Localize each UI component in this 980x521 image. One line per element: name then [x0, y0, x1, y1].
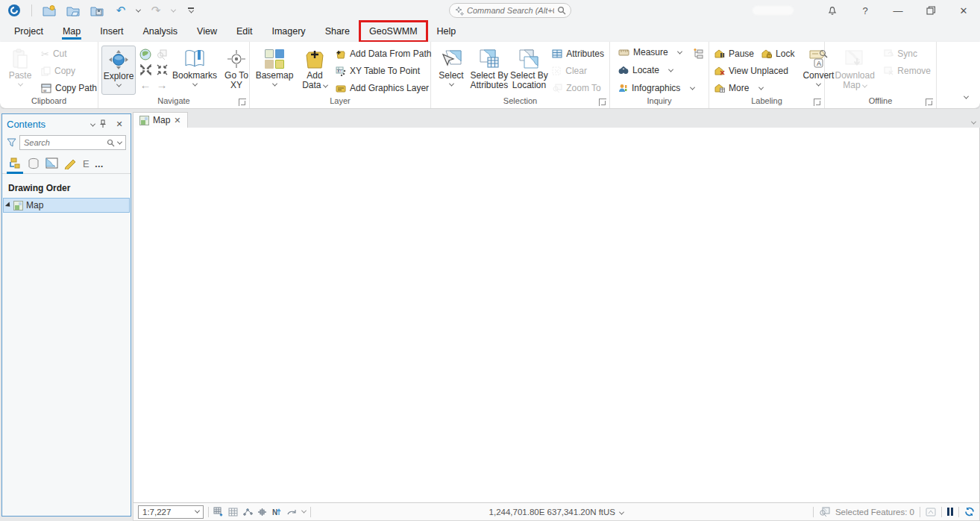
pause-drawing-icon[interactable]	[947, 508, 953, 516]
open-project-icon[interactable]	[65, 1, 81, 19]
navigate-dialog-launcher[interactable]	[239, 99, 246, 106]
basemap-button[interactable]: Basemap	[253, 46, 296, 95]
clear-selection-button[interactable]: Clear	[550, 64, 606, 78]
crosshair-icon[interactable]	[257, 508, 267, 517]
fixed-zoom-in-icon[interactable]	[140, 64, 151, 75]
clipboard-group-label: Clipboard	[0, 96, 98, 108]
add-graphics-layer-button[interactable]: Add Graphics Layer	[333, 81, 433, 95]
new-project-icon[interactable]	[41, 1, 57, 19]
list-by-editing-icon[interactable]	[64, 157, 78, 173]
map-extent-icon[interactable]	[926, 508, 936, 517]
zoom-to-selected-icon[interactable]	[819, 507, 830, 517]
pane-pin-icon[interactable]	[99, 119, 113, 128]
list-by-selection-icon[interactable]	[45, 157, 59, 173]
explore-button[interactable]: Explore	[101, 46, 136, 95]
copy-path-button[interactable]: w Copy Path	[39, 81, 99, 95]
tab-imagery[interactable]: Imagery	[262, 21, 315, 42]
pause-labeling-button[interactable]: Pause	[712, 47, 756, 60]
previous-extent-icon[interactable]: ←	[140, 78, 151, 91]
fixed-zoom-out-icon[interactable]	[157, 64, 168, 75]
tab-insert[interactable]: Insert	[90, 21, 133, 42]
list-by-drawing-order-icon[interactable]	[8, 157, 22, 173]
more-labeling-button[interactable]: More	[712, 81, 797, 95]
full-extent-icon[interactable]	[139, 49, 151, 60]
save-project-icon[interactable]	[89, 1, 105, 19]
contents-search-dropdown-icon[interactable]	[117, 139, 122, 144]
user-account-area	[753, 6, 794, 15]
undo-dropdown-icon[interactable]	[136, 7, 141, 12]
refresh-icon[interactable]	[964, 507, 975, 517]
offline-dialog-launcher[interactable]	[926, 99, 933, 106]
coordinate-conversion-icon[interactable]	[693, 48, 704, 59]
labeling-dialog-launcher[interactable]	[814, 99, 821, 106]
help-icon[interactable]: ?	[849, 0, 882, 21]
bookmarks-button[interactable]: Bookmarks	[172, 46, 218, 95]
command-search-input[interactable]	[467, 6, 554, 15]
paste-button[interactable]: Paste	[3, 46, 37, 95]
xy-table-to-point-button[interactable]: XY XY Table To Point	[333, 64, 433, 78]
minimize-button[interactable]: —	[882, 0, 914, 21]
tab-project[interactable]: Project	[4, 21, 53, 42]
filter-icon[interactable]	[7, 138, 16, 147]
tab-help[interactable]: Help	[427, 21, 466, 42]
close-button[interactable]: ✕	[947, 0, 980, 21]
redo-dropdown-icon[interactable]	[171, 7, 176, 12]
north-arrow-icon[interactable]: N	[271, 508, 282, 517]
sync-button[interactable]: Sync	[882, 47, 933, 60]
command-search[interactable]	[449, 3, 571, 18]
customize-quick-access-icon[interactable]	[183, 1, 199, 19]
map-canvas[interactable]	[133, 128, 980, 503]
tab-map[interactable]: Map	[53, 21, 90, 42]
layout-grid-add-icon[interactable]	[213, 507, 224, 517]
pane-close-icon[interactable]: ✕	[113, 119, 126, 129]
view-unplaced-button[interactable]: View Unplaced	[712, 64, 797, 78]
go-to-xy-button[interactable]: Go To XY	[219, 46, 254, 95]
add-data-button[interactable]: Add Data	[298, 46, 332, 95]
map-layer-item[interactable]: Map	[3, 198, 130, 213]
map-view-tab[interactable]: Map ✕	[133, 112, 188, 128]
expander-icon[interactable]	[5, 202, 12, 208]
contents-search-input[interactable]	[24, 138, 104, 147]
tab-view[interactable]: View	[187, 21, 227, 42]
measure-button[interactable]: Measure	[616, 46, 684, 59]
cut-button[interactable]: ✂ Cut	[39, 47, 99, 60]
tab-analysis[interactable]: Analysis	[134, 21, 188, 42]
next-extent-icon[interactable]: →	[157, 78, 168, 91]
restore-button[interactable]	[914, 0, 947, 21]
collapse-ribbon-icon[interactable]	[964, 94, 969, 99]
tab-share[interactable]: Share	[315, 21, 359, 42]
zoom-to-selection-button[interactable]: Zoom To	[550, 81, 606, 95]
undo-icon[interactable]: ↶	[113, 1, 129, 19]
grid-icon[interactable]	[228, 508, 238, 517]
add-data-from-path-button[interactable]: Add Data From Path	[333, 47, 433, 60]
select-by-location-button[interactable]: Select By Location	[510, 46, 549, 95]
remove-button[interactable]: Remove	[882, 64, 933, 78]
zoom-to-selection-icon[interactable]	[156, 49, 168, 60]
pane-menu-chevron-icon[interactable]	[86, 119, 99, 128]
scale-combobox[interactable]: 1:7,227	[138, 505, 204, 519]
notifications-bell-icon[interactable]	[816, 0, 849, 21]
select-button[interactable]: Select	[434, 46, 468, 95]
redo-icon[interactable]: ↷	[148, 1, 164, 19]
list-by-labeling-icon[interactable]: E	[83, 158, 89, 173]
close-view-icon[interactable]: ✕	[174, 116, 180, 125]
selection-dialog-launcher[interactable]	[599, 99, 606, 106]
download-map-button[interactable]: Download Map	[832, 46, 877, 95]
tab-edit[interactable]: Edit	[227, 21, 263, 42]
locate-button[interactable]: Locate	[616, 63, 675, 77]
snapping-icon[interactable]	[242, 508, 253, 517]
contents-search-box[interactable]	[19, 135, 126, 150]
lock-labeling-button[interactable]: Lock	[759, 47, 797, 60]
status-tools-chevron-icon[interactable]	[301, 508, 307, 514]
copy-button[interactable]: Copy	[39, 64, 99, 78]
pause-label-icon	[714, 49, 725, 58]
rotate-view-icon[interactable]	[286, 508, 298, 517]
tab-geoswmm[interactable]: GeoSWMM	[359, 21, 427, 42]
infographics-button[interactable]: Infographics	[616, 81, 697, 95]
more-view-tabs-icon[interactable]: …	[95, 159, 104, 173]
list-by-data-source-icon[interactable]	[27, 157, 40, 173]
select-by-attributes-button[interactable]: Select By Attributes	[470, 46, 509, 95]
attributes-button[interactable]: Attributes	[550, 47, 606, 60]
view-tab-overflow-icon[interactable]	[971, 119, 976, 125]
svg-text:A: A	[817, 60, 821, 67]
